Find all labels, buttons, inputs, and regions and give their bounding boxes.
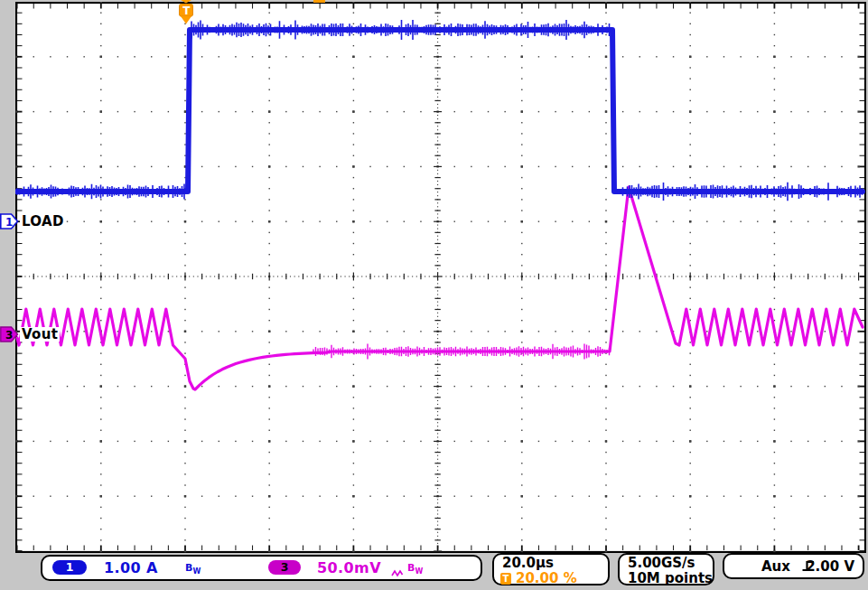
oscilloscope-screen: 1 LOAD 3 Vout T 1 1.00 A BW 3 50.0mV BW — [0, 0, 868, 590]
trigger-level: 2.00 V — [806, 558, 854, 575]
sample-rate: 5.00GS/s — [620, 556, 713, 570]
ch3-reference-marker: 3 — [0, 326, 20, 342]
trigger-position-flag-icon[interactable]: T — [177, 0, 196, 25]
trigger-flag-letter: T — [182, 5, 191, 17]
timebase-readout-box[interactable]: 20.0µs T 20.00 % — [492, 553, 610, 585]
ch1-trace-label: LOAD — [20, 214, 66, 229]
ch3-scale-readout: 50.0mV — [317, 559, 381, 576]
channel-readout-box[interactable]: 1 1.00 A BW 3 50.0mV BW — [41, 555, 482, 581]
trigger-icon: T — [500, 573, 511, 585]
ch3-ac-coupling-ripple-icon — [391, 564, 403, 581]
trigger-source-readout-box[interactable]: Aux 2.00 V — [723, 553, 864, 579]
ch3-marker-arrow-icon: 3 — [0, 326, 19, 342]
trigger-source: Aux — [761, 558, 790, 575]
ch1-reference-marker: 1 — [0, 213, 20, 229]
ch1-badge[interactable]: 1 — [52, 560, 87, 575]
ch3-badge[interactable]: 3 — [268, 560, 301, 575]
record-length: 10M points — [620, 571, 713, 585]
ch1-scale-readout: 1.00 A — [104, 559, 158, 576]
top-edge-marker — [313, 0, 325, 3]
waveform-plot-area — [15, 2, 866, 553]
ch1-bandwidth-limit-icon: BW — [185, 562, 201, 576]
readout-bar: 1 1.00 A BW 3 50.0mV BW 20.0µs T 20.00 %… — [0, 553, 868, 590]
ch1-marker-number: 1 — [5, 216, 13, 229]
ch1-marker-arrow-icon: 1 — [0, 213, 19, 229]
acquisition-readout-box[interactable]: 5.00GS/s 10M points — [618, 553, 714, 585]
timebase-scale: 20.0µs — [494, 556, 608, 570]
ch3-trace-label: Vout — [20, 327, 60, 342]
ch3-marker-number: 3 — [5, 329, 13, 342]
trigger-position-percent: 20.00 % — [516, 570, 577, 586]
ch3-bandwidth-limit-icon: BW — [407, 562, 423, 576]
